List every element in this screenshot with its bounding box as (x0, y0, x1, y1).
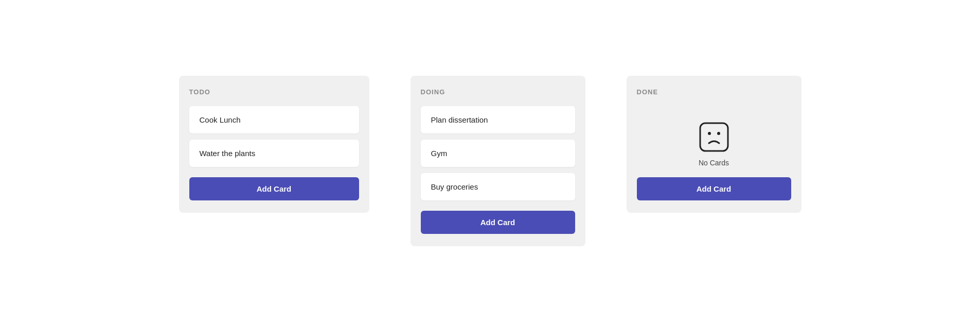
column-doing: DOING Plan dissertation Gym Buy grocerie… (411, 76, 585, 246)
add-card-done-button[interactable]: Add Card (637, 177, 791, 200)
svg-rect-0 (700, 123, 728, 151)
svg-point-1 (708, 132, 711, 135)
done-empty-state: No Cards (637, 106, 791, 177)
card-plan-dissertation[interactable]: Plan dissertation (421, 106, 575, 133)
card-cook-lunch[interactable]: Cook Lunch (189, 106, 359, 133)
column-todo-header: TODO (189, 88, 359, 96)
add-card-todo-button[interactable]: Add Card (189, 177, 359, 200)
no-cards-text: No Cards (699, 159, 729, 167)
add-card-doing-button[interactable]: Add Card (421, 211, 575, 234)
kanban-board: TODO Cook Lunch Water the plants Add Car… (0, 55, 980, 267)
column-doing-header: DOING (421, 88, 575, 96)
todo-cards-container: Cook Lunch Water the plants (189, 106, 359, 167)
column-done-header: DONE (637, 88, 791, 96)
card-water-plants[interactable]: Water the plants (189, 140, 359, 167)
sad-face-icon (699, 122, 729, 152)
doing-cards-container: Plan dissertation Gym Buy groceries (421, 106, 575, 200)
card-buy-groceries[interactable]: Buy groceries (421, 173, 575, 200)
column-todo: TODO Cook Lunch Water the plants Add Car… (179, 76, 369, 213)
card-gym[interactable]: Gym (421, 140, 575, 167)
column-done: DONE No Cards Add Card (627, 76, 801, 213)
svg-point-2 (717, 132, 720, 135)
